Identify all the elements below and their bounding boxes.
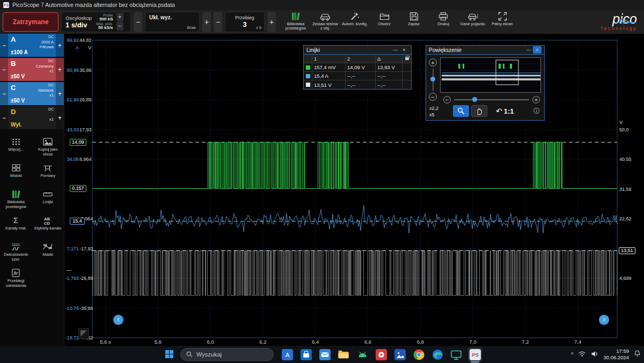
- sidebar-tool-więcej[interactable]: Więcej...: [0, 137, 32, 158]
- zoom-minimize-button[interactable]: —: [524, 46, 533, 54]
- zoom-tool-button[interactable]: [453, 105, 469, 117]
- toolbar-button-label: Biblioteka przebiegów: [282, 22, 310, 31]
- zoom-reset-button[interactable]: ↶ 1:1: [496, 105, 514, 117]
- start-button[interactable]: [165, 350, 173, 360]
- store-taskbar-button[interactable]: [299, 347, 313, 361]
- channel-A-decrease-button[interactable]: −: [0, 34, 8, 57]
- waveform-view[interactable]: 69,9260,9651,9943,0334,0625,17,171-1,793…: [64, 34, 644, 346]
- open-button[interactable]: Otwórz: [370, 11, 398, 33]
- left-axis-voltage-label: 35,86: [79, 68, 91, 73]
- sidebar-tool-przebiegi-odniesienia[interactable]: Przebiegi odniesienia: [0, 268, 32, 290]
- rulers-icon: [43, 189, 53, 199]
- waveform-next-button[interactable]: +: [267, 12, 276, 32]
- car-tests-button[interactable]: Zestaw testów z obj.: [311, 11, 339, 33]
- sidebar-tool-dekodowanie-szer[interactable]: 1101Dekodowanie szer.: [0, 242, 32, 263]
- left-axis-current-label: 7,171: [64, 246, 79, 251]
- waveform-panel[interactable]: Przebieg 3 z 6: [225, 12, 265, 32]
- sidebar-tool-linijki[interactable]: Linijki: [32, 189, 64, 211]
- zoom-panel-header[interactable]: Powiększenie — ×: [426, 46, 544, 55]
- mail-taskbar-button[interactable]: [318, 347, 332, 361]
- tray-chevron-icon[interactable]: ^: [571, 352, 574, 358]
- sidebar-tool-kopiuj-jako-obraz[interactable]: Kopiuj jako obraz: [32, 137, 64, 158]
- edge-taskbar-button[interactable]: [430, 347, 444, 361]
- horizontal-zoom-slider[interactable]: [454, 99, 529, 100]
- media-taskbar-button[interactable]: [374, 347, 388, 361]
- ruler-value-1: 15,4 A: [312, 72, 346, 80]
- auto-setup-icon: [350, 12, 360, 21]
- ruler-badge-14-09[interactable]: 14,09: [70, 139, 86, 146]
- sidebar-tool-widoki[interactable]: Widoki: [0, 163, 32, 184]
- sidebar-tool-kanały-mat[interactable]: ΣKanały mat.: [0, 216, 32, 237]
- sidebar-tool-maski[interactable]: Maski: [32, 242, 64, 263]
- rulers-minimize-button[interactable]: —: [391, 46, 400, 54]
- info-icon[interactable]: ⓘ: [533, 107, 540, 116]
- channel-id: C: [11, 84, 16, 92]
- taskbar-clock[interactable]: 17:59 30.06.2024: [603, 348, 629, 361]
- ruler-row[interactable]: 13,51 V--,----,--: [304, 80, 411, 89]
- ruler-badge-15-4[interactable]: 15,4: [70, 218, 85, 225]
- pan-tool-button[interactable]: [471, 105, 487, 117]
- print-button[interactable]: Drukuj: [429, 11, 457, 33]
- channel-D-settings-button[interactable]: DDCx1Wył.: [8, 106, 56, 129]
- samples-decrease-button[interactable]: −: [116, 22, 123, 31]
- channel-A-increase-button[interactable]: +: [56, 34, 64, 57]
- scroll-left-button[interactable]: ‹: [113, 315, 123, 325]
- svg-text:1101: 1101: [12, 243, 20, 247]
- titlebar: PS PicoScope 7 Automotive mazda alternat…: [0, 0, 644, 10]
- channel-C-decrease-button[interactable]: −: [0, 82, 8, 105]
- channel-B-increase-button[interactable]: +: [56, 58, 64, 81]
- channel-B-decrease-button[interactable]: −: [0, 58, 8, 81]
- samples-increase-button[interactable]: +: [116, 13, 123, 21]
- zoom-out-horizontal-button[interactable]: −: [443, 96, 451, 103]
- zoom-in-horizontal-button[interactable]: +: [532, 96, 540, 103]
- library-button[interactable]: Biblioteka przebiegów: [282, 11, 310, 33]
- channel-A-settings-button[interactable]: ADC2000 AFiltrowa±100 A: [8, 34, 56, 57]
- auto-setup-button[interactable]: Autom. konfig.: [341, 11, 369, 33]
- ruler-badge-13-51[interactable]: 13,51: [619, 247, 635, 254]
- vertical-zoom-handle[interactable]: [430, 77, 435, 82]
- photos-taskbar-button[interactable]: [393, 347, 407, 361]
- channel-C-settings-button[interactable]: CDCNiebieskx1±50 V: [8, 82, 56, 105]
- trigger-decrease-button[interactable]: −: [134, 12, 142, 32]
- sidebar-tool-biblioteka-przebiegów[interactable]: Biblioteka przebiegów: [0, 189, 32, 211]
- display-taskbar-button[interactable]: [449, 347, 463, 361]
- channel-B-settings-button[interactable]: BDCCzerwonyx1±50 V: [8, 58, 56, 81]
- ruler-row[interactable]: 157,4 mV14,09 V13,93 V: [304, 63, 411, 72]
- waveform-prev-button[interactable]: −: [214, 12, 222, 32]
- fullscreen-button[interactable]: Pełny ekran: [488, 11, 516, 33]
- stop-button[interactable]: Zatrzymane: [3, 12, 58, 32]
- lock-icon[interactable]: [405, 57, 409, 60]
- channel-D-decrease-button[interactable]: −: [0, 106, 8, 129]
- ruler-badge-0-157[interactable]: 0,157: [70, 185, 86, 192]
- timebase-panel[interactable]: Oscyloskop 1 s/div Próbki 500 kS Wsp. pr…: [61, 12, 131, 32]
- file-explorer-taskbar-button[interactable]: [336, 347, 350, 361]
- sidebar-tool-etykiety-kanału[interactable]: ABCDEtykiety kanału: [32, 216, 64, 237]
- chrome-taskbar-button[interactable]: [412, 347, 426, 361]
- zoom-overview-map[interactable]: [440, 57, 541, 93]
- rulers-panel-header[interactable]: Linijki — ×: [304, 46, 411, 55]
- horizontal-zoom-handle[interactable]: [472, 97, 477, 102]
- scroll-corner[interactable]: [78, 328, 89, 339]
- channel-D-increase-button[interactable]: +: [56, 106, 64, 129]
- measurements-icon: [43, 163, 53, 173]
- volume-icon[interactable]: [591, 350, 598, 359]
- android-taskbar-button[interactable]: [355, 347, 369, 361]
- wifi-icon[interactable]: [578, 350, 586, 359]
- save-button[interactable]: Zapisz: [400, 11, 428, 33]
- channel-C-increase-button[interactable]: +: [56, 82, 64, 105]
- picoscope-taskbar-button[interactable]: PS: [468, 347, 482, 361]
- channel-range: Wył.: [11, 122, 21, 128]
- zoom-out-vertical-button[interactable]: −: [429, 93, 437, 101]
- sidebar-tool-pomiary[interactable]: Pomiary: [32, 163, 64, 184]
- notification-icon[interactable]: [634, 350, 641, 359]
- app-a-taskbar-button[interactable]: A: [280, 347, 294, 361]
- trigger-increase-button[interactable]: +: [202, 12, 211, 32]
- zoom-close-button[interactable]: ×: [533, 46, 541, 54]
- zoom-in-vertical-button[interactable]: +: [429, 58, 437, 66]
- trigger-panel[interactable]: Ukł. wyz. Brak: [145, 12, 200, 32]
- vehicle-data-button[interactable]: Dane pojazdu: [459, 11, 487, 33]
- scroll-right-button[interactable]: ›: [599, 315, 609, 325]
- ruler-row[interactable]: 15,4 A--,----,--: [304, 72, 411, 80]
- rulers-close-button[interactable]: ×: [400, 46, 408, 54]
- taskbar-search[interactable]: Wyszukaj: [180, 348, 274, 361]
